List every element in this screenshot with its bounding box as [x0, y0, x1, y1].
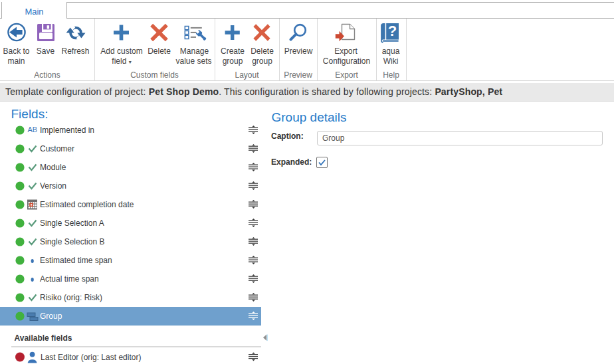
svg-text:AB: AB — [28, 126, 38, 134]
svg-text:?: ? — [388, 23, 397, 39]
